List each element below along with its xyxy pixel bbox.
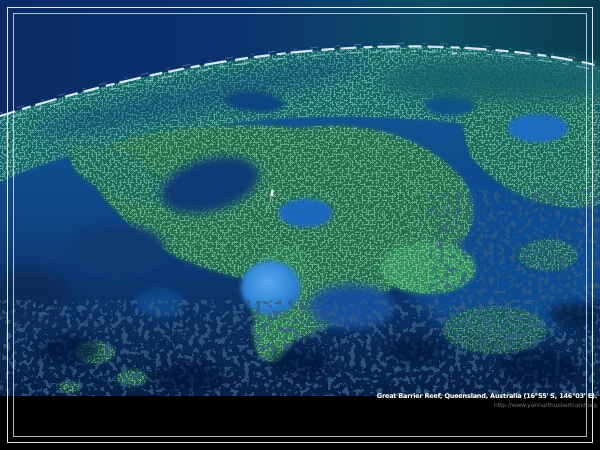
wallpaper: Great Barrier Reef, Queensland, Australi…	[0, 0, 600, 450]
caption-location: Great Barrier Reef, Queensland, Australi…	[377, 393, 597, 400]
caption-url: http://www.yannarthusbertrand.org	[377, 402, 597, 408]
reef-aerial-photo-canvas	[0, 0, 600, 396]
reef-aerial-photo	[0, 0, 600, 396]
small-white-speck	[330, 128, 332, 130]
photo-caption: Great Barrier Reef, Queensland, Australi…	[377, 393, 597, 408]
